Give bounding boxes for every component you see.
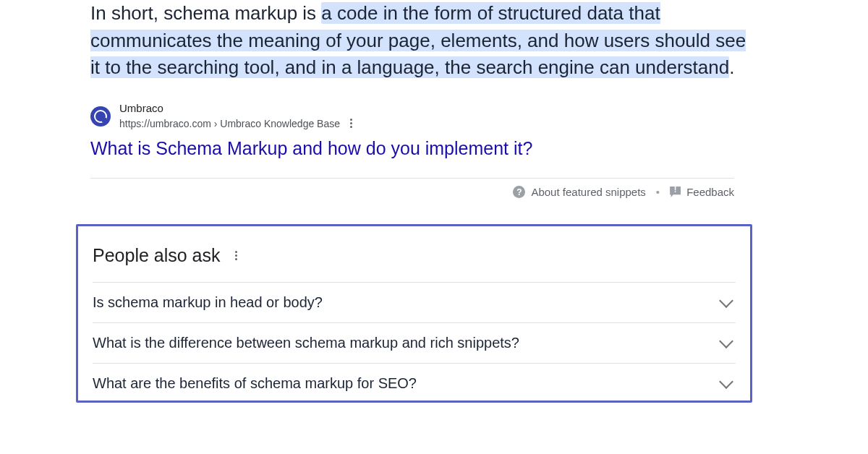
chevron-down-icon xyxy=(719,294,733,308)
about-featured-snippets-link[interactable]: ? About featured snippets xyxy=(513,186,645,198)
source-name: Umbraco xyxy=(119,102,355,114)
about-label: About featured snippets xyxy=(531,186,645,198)
snippet-meta-row: ? About featured snippets • Feedback xyxy=(90,178,734,198)
paa-question: Is schema markup in head or body? xyxy=(93,294,323,311)
chevron-down-icon xyxy=(719,374,733,389)
paa-question: What is the difference between schema ma… xyxy=(93,335,519,351)
feedback-icon xyxy=(670,187,681,197)
snippet-prefix: In short, schema markup is xyxy=(90,2,321,24)
paa-item[interactable]: What is the difference between schema ma… xyxy=(93,322,736,363)
more-options-icon[interactable] xyxy=(347,116,355,131)
source-url: https://umbraco.com › Umbraco Knowledge … xyxy=(119,118,340,129)
snippet-suffix: . xyxy=(729,56,734,78)
separator-dot: • xyxy=(656,186,660,198)
paa-item[interactable]: What are the benefits of schema markup f… xyxy=(93,363,736,401)
umbraco-favicon xyxy=(90,106,111,127)
paa-heading: People also ask xyxy=(93,245,221,266)
feedback-label: Feedback xyxy=(686,186,734,198)
featured-snippet-text: In short, schema markup is a code in the… xyxy=(90,0,752,82)
paa-item[interactable]: Is schema markup in head or body? xyxy=(93,282,736,322)
paa-more-options-icon[interactable] xyxy=(232,248,240,263)
result-title-link[interactable]: What is Schema Markup and how do you imp… xyxy=(90,138,532,159)
feedback-link[interactable]: Feedback xyxy=(670,186,734,198)
paa-question: What are the benefits of schema markup f… xyxy=(93,375,417,392)
help-icon: ? xyxy=(513,186,525,198)
people-also-ask-box: People also ask Is schema markup in head… xyxy=(76,224,752,403)
source-row[interactable]: Umbraco https://umbraco.com › Umbraco Kn… xyxy=(90,102,752,131)
chevron-down-icon xyxy=(719,334,733,348)
